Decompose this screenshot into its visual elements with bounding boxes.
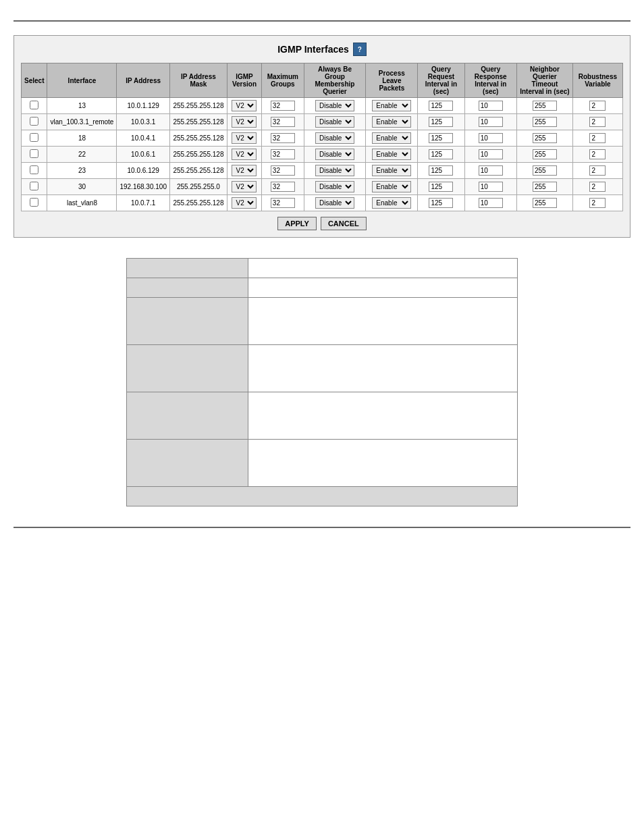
cell-ip-address: 10.0.1.129 bbox=[117, 98, 170, 114]
always-be-select[interactable]: DisableEnable bbox=[315, 165, 354, 176]
query-response-input[interactable] bbox=[479, 149, 503, 159]
second-table-cell-4-1 bbox=[127, 345, 248, 392]
second-table-cell-1-2 bbox=[248, 259, 518, 278]
always-be-select[interactable]: DisableEnable bbox=[315, 181, 354, 192]
second-table-cell-1-1 bbox=[127, 259, 248, 278]
max-groups-input[interactable] bbox=[271, 182, 295, 192]
query-request-input[interactable] bbox=[429, 133, 453, 143]
max-groups-input[interactable] bbox=[271, 149, 295, 159]
panel-title-text: IGMP Interfaces bbox=[277, 44, 349, 55]
cell-ip-address: 192.168.30.100 bbox=[117, 179, 170, 195]
neighbor-timeout-input[interactable] bbox=[533, 198, 557, 208]
col-header-neighbor-timeout: Neighbor Querier Timeout Interval in (se… bbox=[517, 63, 573, 98]
query-request-input[interactable] bbox=[429, 165, 453, 176]
cell-interface: 18 bbox=[47, 130, 117, 147]
cell-ip-mask: 255.255.255.128 bbox=[169, 163, 227, 179]
igmp-panel: IGMP Interfaces ? Select Interface IP Ad… bbox=[14, 35, 630, 238]
query-response-input[interactable] bbox=[479, 198, 503, 208]
second-table-cell-5-1 bbox=[127, 392, 248, 440]
cell-interface: 30 bbox=[47, 179, 117, 195]
igmp-version-select[interactable]: V1V2V3 bbox=[232, 100, 257, 111]
cell-ip-address: 10.0.3.1 bbox=[117, 114, 170, 130]
always-be-select[interactable]: DisableEnable bbox=[315, 197, 354, 209]
igmp-version-select[interactable]: V1V2V3 bbox=[232, 149, 257, 160]
help-icon[interactable]: ? bbox=[353, 43, 367, 56]
top-divider bbox=[14, 20, 630, 22]
second-table bbox=[126, 258, 518, 506]
cell-ip-mask: 255.255.255.0 bbox=[169, 179, 227, 195]
row-select-checkbox[interactable] bbox=[30, 165, 38, 174]
col-header-interface: Interface bbox=[47, 63, 117, 98]
query-response-input[interactable] bbox=[479, 165, 503, 176]
process-leave-select[interactable]: DisableEnable bbox=[372, 100, 411, 111]
col-header-always-be: Always Be Group Membership Querier bbox=[304, 63, 366, 98]
bottom-divider bbox=[14, 527, 630, 528]
process-leave-select[interactable]: DisableEnable bbox=[372, 149, 411, 160]
process-leave-select[interactable]: DisableEnable bbox=[372, 116, 411, 128]
max-groups-input[interactable] bbox=[271, 133, 295, 143]
neighbor-timeout-input[interactable] bbox=[533, 133, 557, 143]
neighbor-timeout-input[interactable] bbox=[533, 117, 557, 127]
query-request-input[interactable] bbox=[429, 182, 453, 192]
row-select-checkbox[interactable] bbox=[30, 133, 38, 142]
robustness-input[interactable] bbox=[589, 133, 606, 143]
process-leave-select[interactable]: DisableEnable bbox=[372, 197, 411, 209]
robustness-input[interactable] bbox=[589, 198, 606, 208]
process-leave-select[interactable]: DisableEnable bbox=[372, 181, 411, 192]
neighbor-timeout-input[interactable] bbox=[533, 165, 557, 176]
robustness-input[interactable] bbox=[589, 149, 606, 159]
query-request-input[interactable] bbox=[429, 117, 453, 127]
cell-ip-address: 10.0.4.1 bbox=[117, 130, 170, 147]
col-header-select: Select bbox=[22, 63, 47, 98]
igmp-version-select[interactable]: V1V2V3 bbox=[232, 181, 257, 192]
row-select-checkbox[interactable] bbox=[30, 149, 38, 158]
max-groups-input[interactable] bbox=[271, 101, 295, 111]
second-table-row-2 bbox=[127, 278, 518, 298]
max-groups-input[interactable] bbox=[271, 198, 295, 208]
cell-ip-address: 10.0.6.1 bbox=[117, 147, 170, 163]
robustness-input[interactable] bbox=[589, 165, 606, 176]
always-be-select[interactable]: DisableEnable bbox=[315, 132, 354, 144]
always-be-select[interactable]: DisableEnable bbox=[315, 116, 354, 128]
always-be-select[interactable]: DisableEnable bbox=[315, 149, 354, 160]
neighbor-timeout-input[interactable] bbox=[533, 101, 557, 111]
second-table-row-4 bbox=[127, 345, 518, 392]
igmp-version-select[interactable]: V1V2V3 bbox=[232, 132, 257, 144]
neighbor-timeout-input[interactable] bbox=[533, 182, 557, 192]
row-select-checkbox[interactable] bbox=[30, 101, 38, 109]
cancel-button[interactable]: CANCEL bbox=[321, 217, 367, 230]
second-table-cell-3-1 bbox=[127, 298, 248, 345]
row-select-checkbox[interactable] bbox=[30, 182, 38, 190]
page-wrapper: IGMP Interfaces ? Select Interface IP Ad… bbox=[0, 0, 644, 834]
table-row: 1810.0.4.1255.255.255.128V1V2V3DisableEn… bbox=[22, 130, 623, 147]
cell-interface: 23 bbox=[47, 163, 117, 179]
igmp-version-select[interactable]: V1V2V3 bbox=[232, 116, 257, 128]
query-response-input[interactable] bbox=[479, 117, 503, 127]
igmp-version-select[interactable]: V1V2V3 bbox=[232, 165, 257, 176]
process-leave-select[interactable]: DisableEnable bbox=[372, 132, 411, 144]
query-request-input[interactable] bbox=[429, 101, 453, 111]
query-response-input[interactable] bbox=[479, 101, 503, 111]
max-groups-input[interactable] bbox=[271, 165, 295, 176]
cell-ip-address: 10.0.7.1 bbox=[117, 195, 170, 211]
apply-button[interactable]: APPLY bbox=[277, 217, 317, 230]
second-table-cell-3-2 bbox=[248, 298, 518, 345]
max-groups-input[interactable] bbox=[271, 117, 295, 127]
robustness-input[interactable] bbox=[589, 101, 606, 111]
table-row: vlan_100.3.1_remote10.0.3.1255.255.255.1… bbox=[22, 114, 623, 130]
col-header-max-groups: Maximum Groups bbox=[262, 63, 304, 98]
process-leave-select[interactable]: DisableEnable bbox=[372, 165, 411, 176]
query-request-input[interactable] bbox=[429, 198, 453, 208]
cell-interface: last_vlan8 bbox=[47, 195, 117, 211]
robustness-input[interactable] bbox=[589, 182, 606, 192]
neighbor-timeout-input[interactable] bbox=[533, 149, 557, 159]
query-response-input[interactable] bbox=[479, 133, 503, 143]
igmp-version-select[interactable]: V1V2V3 bbox=[232, 197, 257, 209]
robustness-input[interactable] bbox=[589, 117, 606, 127]
row-select-checkbox[interactable] bbox=[30, 117, 38, 126]
query-response-input[interactable] bbox=[479, 182, 503, 192]
query-request-input[interactable] bbox=[429, 149, 453, 159]
always-be-select[interactable]: DisableEnable bbox=[315, 100, 354, 111]
col-header-igmp-version: IGMP Version bbox=[227, 63, 261, 98]
row-select-checkbox[interactable] bbox=[30, 198, 38, 207]
